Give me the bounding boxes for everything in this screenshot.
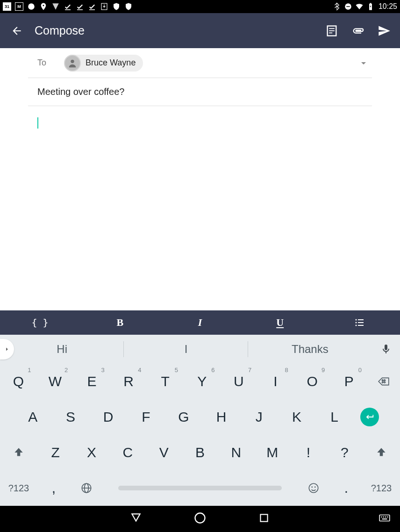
svg-rect-30 xyxy=(383,517,384,518)
expand-recipients-button[interactable] xyxy=(357,57,370,70)
svg-rect-33 xyxy=(382,518,387,519)
navigation-bar xyxy=(0,506,400,532)
svg-point-0 xyxy=(28,3,35,10)
symbols-key-left[interactable]: ?123 xyxy=(0,470,37,506)
document-icon[interactable] xyxy=(322,22,341,40)
key-row-4: ?123 , . ?123 xyxy=(0,470,400,506)
svg-rect-1 xyxy=(65,9,71,10)
mail-icon: M xyxy=(15,2,23,11)
key-y[interactable]: Y6 xyxy=(184,364,221,399)
calendar-icon: 31 xyxy=(3,2,11,11)
key-p[interactable]: P0 xyxy=(330,364,367,399)
key-h[interactable]: H xyxy=(202,399,240,435)
attach-icon[interactable] xyxy=(349,22,367,40)
recipient-name: Bruce Wayne xyxy=(86,58,136,68)
shift-key-left[interactable] xyxy=(0,435,37,470)
to-label: To xyxy=(37,58,46,68)
list-button[interactable] xyxy=(320,317,400,328)
key-row-2: A S D F G H J K L xyxy=(0,399,400,435)
download-icon xyxy=(100,2,108,11)
suggestion-1[interactable]: Hi xyxy=(0,343,124,356)
key-w[interactable]: W2 xyxy=(37,364,74,399)
nav-home-button[interactable] xyxy=(193,511,207,526)
language-key[interactable] xyxy=(70,470,103,506)
wifi-icon xyxy=(355,2,364,11)
suggestion-row: Hi I Thanks xyxy=(0,335,400,364)
comma-key[interactable]: , xyxy=(37,470,70,506)
to-row[interactable]: To Bruce Wayne xyxy=(28,48,372,78)
svg-rect-27 xyxy=(260,514,267,521)
svg-point-13 xyxy=(71,59,74,63)
compose-content: To Bruce Wayne xyxy=(0,48,400,310)
key-g[interactable]: G xyxy=(165,399,203,435)
send-button[interactable] xyxy=(375,22,393,40)
svg-rect-12 xyxy=(329,32,332,33)
nav-recent-button[interactable] xyxy=(258,512,270,526)
mic-button[interactable] xyxy=(372,344,400,355)
key-s[interactable]: S xyxy=(52,399,90,435)
key-i[interactable]: I8 xyxy=(257,364,294,399)
key-z[interactable]: Z xyxy=(37,435,73,470)
key-n[interactable]: N xyxy=(218,435,254,470)
key-t[interactable]: T5 xyxy=(147,364,184,399)
key-d[interactable]: D xyxy=(89,399,127,435)
key-l[interactable]: L xyxy=(315,399,353,435)
key-row-3: Z X C V B N M ! ? xyxy=(0,435,400,470)
key-f[interactable]: F xyxy=(127,399,165,435)
recipient-chip[interactable]: Bruce Wayne xyxy=(64,55,143,72)
nav-back-button[interactable] xyxy=(130,512,142,526)
key-j[interactable]: J xyxy=(240,399,278,435)
key-k[interactable]: K xyxy=(278,399,316,435)
body-textarea[interactable] xyxy=(28,106,372,310)
key-a[interactable]: A xyxy=(14,399,52,435)
underline-button[interactable]: U xyxy=(240,316,320,329)
key-e[interactable]: E3 xyxy=(73,364,110,399)
back-button[interactable] xyxy=(8,22,25,39)
shift-key-right[interactable] xyxy=(363,435,400,470)
shield-icon xyxy=(112,2,121,11)
svg-point-16 xyxy=(356,322,357,324)
appbar: Compose xyxy=(0,13,400,48)
key-row-1: Q1 W2 E3 R4 T5 Y6 U7 I8 O9 P0 xyxy=(0,364,400,399)
app-icon xyxy=(51,2,60,11)
italic-button[interactable]: I xyxy=(160,316,240,329)
battery-icon xyxy=(366,2,375,11)
enter-key[interactable] xyxy=(353,399,386,435)
svg-point-14 xyxy=(356,319,357,321)
svg-rect-31 xyxy=(385,517,386,518)
key-b[interactable]: B xyxy=(182,435,218,470)
svg-rect-28 xyxy=(379,515,390,521)
svg-rect-29 xyxy=(381,517,382,518)
key-u[interactable]: U7 xyxy=(221,364,257,399)
suggestion-3[interactable]: Thanks xyxy=(248,343,372,356)
svg-rect-3 xyxy=(89,9,95,10)
text-cursor xyxy=(37,117,38,129)
key-v[interactable]: V xyxy=(146,435,182,470)
space-key[interactable] xyxy=(103,470,297,506)
key-r[interactable]: R4 xyxy=(110,364,147,399)
emoji-key[interactable] xyxy=(297,470,330,506)
key-question[interactable]: ? xyxy=(327,435,363,470)
subject-input[interactable] xyxy=(37,86,381,97)
keyboard-switch-icon[interactable] xyxy=(379,512,391,526)
page-title: Compose xyxy=(35,24,85,37)
key-exclaim[interactable]: ! xyxy=(290,435,326,470)
backspace-key[interactable] xyxy=(367,364,400,399)
key-x[interactable]: X xyxy=(73,435,109,470)
svg-rect-11 xyxy=(329,30,335,31)
bluetooth-icon xyxy=(333,2,341,11)
svg-rect-6 xyxy=(346,6,350,7)
period-key[interactable]: . xyxy=(330,470,363,506)
svg-rect-17 xyxy=(358,322,364,323)
key-m[interactable]: M xyxy=(254,435,290,470)
subject-row[interactable] xyxy=(28,78,372,106)
symbols-key-right[interactable]: ?123 xyxy=(363,470,400,506)
key-c[interactable]: C xyxy=(110,435,146,470)
format-toolbar: { } B I U xyxy=(0,310,400,335)
bold-button[interactable]: B xyxy=(80,316,160,329)
key-q[interactable]: Q1 xyxy=(0,364,37,399)
key-o[interactable]: O9 xyxy=(294,364,331,399)
check-icon xyxy=(88,2,96,11)
braces-button[interactable]: { } xyxy=(0,317,80,328)
suggestion-2[interactable]: I xyxy=(124,343,248,356)
